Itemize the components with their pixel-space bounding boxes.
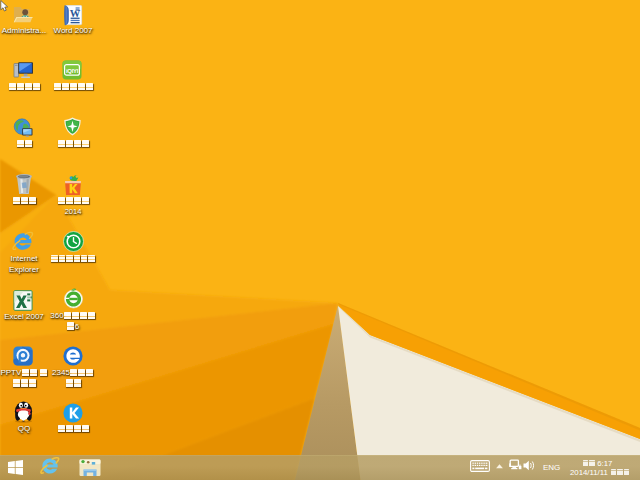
svg-text:iQIYI: iQIYI xyxy=(66,68,79,74)
svg-text:W: W xyxy=(70,8,81,19)
